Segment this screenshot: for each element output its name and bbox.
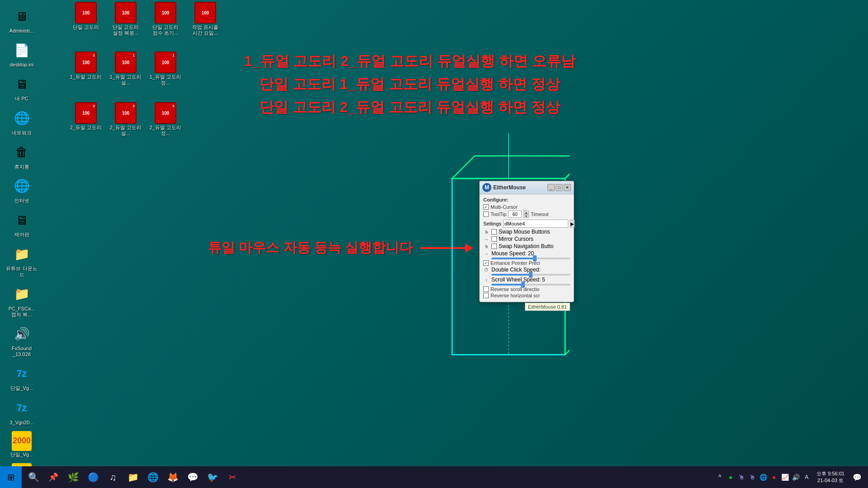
scroll-speed-fill: [491, 284, 523, 286]
taskbar-icon-chrome[interactable]: 🌐: [143, 467, 163, 487]
tray-sound-icon[interactable]: 🔊: [791, 473, 800, 482]
desktop-icon-2dual[interactable]: 2100 2_듀얼 고도리: [68, 100, 104, 138]
desktop-icon-desktop-ini[interactable]: 📄 desktop.ini: [4, 38, 40, 70]
reverse-horiz-label: Reverse horizontal scr: [491, 293, 540, 298]
reverse-scroll-checkbox[interactable]: [483, 286, 489, 292]
multi-cursor-label: Multi-Cursor: [491, 204, 518, 210]
desktop-icon-recycle[interactable]: 🗑 휴지통: [4, 140, 40, 172]
control-icon: 🖥: [11, 209, 33, 231]
desktop-icon-pcfscam[interactable]: 📁 PC_FSCa... 캡처 북...: [4, 282, 40, 319]
scroll-speed-slider[interactable]: [491, 284, 570, 286]
network-icon: 🌐: [11, 108, 33, 129]
tray-network-icon[interactable]: 🌐: [759, 473, 768, 482]
taskbar-icon-folder[interactable]: 📁: [123, 467, 143, 487]
admin-label: Administr...: [9, 28, 34, 34]
taskbar-icon-twitter[interactable]: 🐦: [203, 467, 222, 487]
desktop-icon-work-show[interactable]: 100 작업 표시줄 시간 요일...: [187, 0, 223, 38]
desktop-icon-youtube[interactable]: 📁 유튜브 다운노드: [4, 241, 40, 279]
desktop-icon-ie[interactable]: 🌐 인터넷: [4, 174, 40, 206]
multi-cursor-checkbox[interactable]: [483, 204, 489, 210]
eithermouse-panel: M EitherMouse _ □ ✕ Configure: Multi-Cur…: [479, 181, 574, 302]
tooltip-label: ToolTip: [491, 211, 506, 217]
taskbar-icon-edge[interactable]: 🔵: [83, 467, 103, 487]
taskbar-clock[interactable]: 오후 9:56:01 21-04-03 토: [813, 470, 848, 484]
tray-eithermouse-icon[interactable]: 🖱: [737, 473, 746, 482]
tooltip-spinners: ▲ ▼: [524, 211, 529, 218]
tooltip-spin-up[interactable]: ▲: [524, 211, 529, 214]
enhance-pointer-label: Enhance Pointer Preci: [491, 260, 540, 266]
desktop-icon-control[interactable]: 🖥 제어판: [4, 207, 40, 239]
double-click-label: Double Click Speed:: [491, 267, 541, 273]
panel-minimize-btn[interactable]: _: [547, 184, 555, 191]
desktop-icon-dan100-score[interactable]: 100 단일 고도리 점수 초기...: [147, 0, 184, 38]
tooltip-value-input[interactable]: [508, 211, 522, 218]
tray-expand-icon[interactable]: ^: [715, 473, 724, 482]
1dual-label: 1_듀얼 고도리: [70, 74, 102, 80]
panel-maximize-btn[interactable]: □: [556, 184, 563, 191]
desktop-icon-admin[interactable]: 🖥 Administr...: [4, 4, 40, 36]
swap-nav-checkbox[interactable]: [491, 244, 497, 249]
double-click-thumb[interactable]: [529, 272, 533, 278]
panel-title-text: EitherMouse: [493, 184, 546, 191]
taskbar-icon-music[interactable]: ♫: [103, 467, 123, 487]
annotation-line1: 1_듀얼 고도리 2_듀얼 고도리 듀얼실행 하면 오류남: [244, 50, 576, 73]
icon-row-2dual: 2100 2_듀얼 고도리 2100 2_듀얼 고도리 설... 2100 2_…: [68, 100, 184, 138]
mirror-checkbox[interactable]: [491, 236, 497, 242]
desktop-icon-1dual-reg[interactable]: 1100 1_듀얼 고도리 정...: [147, 50, 184, 88]
mirror-cursor-icon: ↔: [483, 236, 490, 242]
enhance-pointer-row: Enhance Pointer Preci: [483, 260, 570, 266]
desktop-icon-dan100[interactable]: 100 단일 고도리: [68, 0, 104, 38]
desktop-icon-column-left: 🖥 Administr... 📄 desktop.ini 🖥 내 PC 🌐 네트…: [0, 0, 43, 488]
timeout-label: Timeout: [531, 211, 548, 217]
notification-icon[interactable]: 💬: [850, 470, 864, 484]
start-button[interactable]: ⊞: [0, 466, 22, 488]
desktop-icon-fxsound[interactable]: 🔊 FxSound _13.028: [4, 321, 40, 359]
desktop-icon-2dual-reg[interactable]: 2100 2_듀얼 고도리 정...: [147, 100, 184, 138]
mouse-speed-slider-container: [483, 258, 570, 259]
tray-mouse-icon2[interactable]: 🖱: [748, 473, 757, 482]
desktop-icon-1dual[interactable]: 1100 1_듀얼 고도리: [68, 50, 104, 88]
taskbar-icon-pinterest[interactable]: 📌: [43, 467, 63, 487]
scroll-speed-thumb[interactable]: [521, 282, 525, 288]
dan100-score-label: 단일 고도리 점수 초기...: [149, 24, 182, 36]
enhance-pointer-checkbox[interactable]: [483, 260, 489, 266]
panel-close-btn[interactable]: ✕: [564, 184, 571, 191]
2dual-set-label: 2_듀얼 고도리 설...: [109, 125, 142, 136]
taskbar-icon-clip[interactable]: ✂: [222, 467, 242, 487]
network-label: 네트워크: [12, 130, 32, 136]
taskbar-icon-green[interactable]: 🌿: [63, 467, 83, 487]
mouse-speed-fill: [491, 258, 535, 259]
taskbar-icon-discord[interactable]: 💬: [183, 467, 203, 487]
double-click-fill: [491, 274, 531, 276]
reverse-horiz-checkbox[interactable]: [483, 293, 489, 298]
desktop-icon-1dual-set[interactable]: 1100 1_듀얼 고도리 설...: [108, 50, 144, 88]
settings-value-input[interactable]: [503, 220, 568, 228]
scroll-speed-label: Scroll Wheel Speed: 5: [491, 277, 545, 283]
double-click-slider[interactable]: [491, 274, 570, 276]
taskbar-tray: ^ ● 🖱 🖱 🌐 ● 📈 🔊 A 오후 9:56:01 21-04-03 토 …: [712, 466, 868, 488]
ie-label: 인터넷: [14, 198, 29, 204]
desktop-icon-dan100-set[interactable]: 100 단일 고도리 설정 복원...: [108, 0, 144, 38]
mouse-speed-thumb[interactable]: [533, 255, 537, 262]
desktop-icon-network[interactable]: 🌐 네트워크: [4, 106, 40, 138]
tray-kbd-icon[interactable]: A: [802, 473, 811, 482]
tooltip-spin-down[interactable]: ▼: [524, 214, 529, 218]
settings-browse-btn[interactable]: ▶: [570, 220, 575, 228]
taskbar-icon-firefox[interactable]: 🦊: [163, 467, 183, 487]
taskbar-icons: 🔍 📌 🌿 🔵 ♫ 📁 🌐 🦊 💬 🐦 ✂: [22, 466, 244, 488]
desktop-icon-2000sg[interactable]: 2000 단일_Vg...: [4, 429, 40, 460]
swap-mouse-checkbox[interactable]: [491, 229, 497, 235]
desktop-icon-3vgo20[interactable]: 7z 3_Vgo20...: [4, 395, 40, 427]
desktop-icon-7z-sg[interactable]: 7z 단일_Vg...: [4, 361, 40, 393]
tray-green-icon[interactable]: ●: [726, 473, 735, 482]
mouse-speed-icon: →: [483, 250, 490, 257]
tray-chart-icon[interactable]: 📈: [780, 473, 789, 482]
tray-red-icon[interactable]: ●: [769, 473, 778, 482]
desktop-icon-2dual-set[interactable]: 2100 2_듀얼 고도리 설...: [108, 100, 144, 138]
7z-sg-icon: 7z: [11, 363, 33, 385]
desktop-icon-mypc[interactable]: 🖥 내 PC: [4, 71, 40, 103]
tooltip-checkbox[interactable]: [483, 211, 489, 217]
taskbar-icon-search[interactable]: 🔍: [24, 467, 43, 487]
eithermouse-tooltip: EitherMouse 0.81: [525, 303, 570, 311]
mouse-speed-slider[interactable]: [491, 258, 570, 259]
